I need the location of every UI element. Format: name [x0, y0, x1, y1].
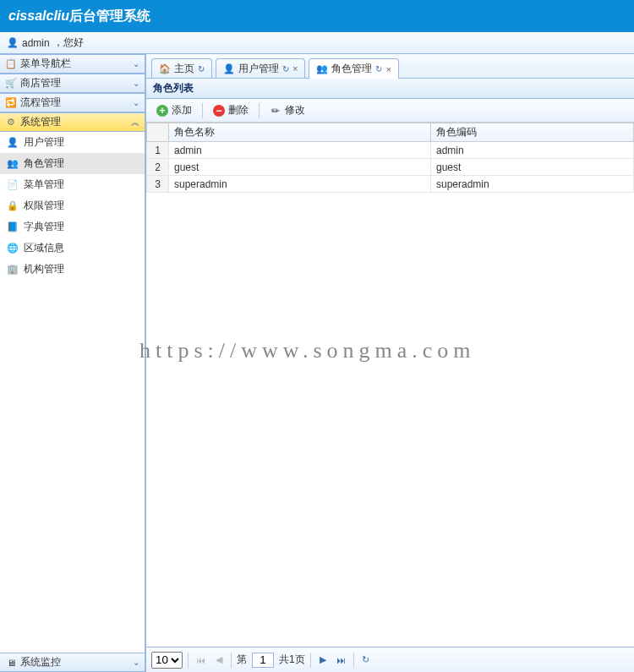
- sidebar-footer-label: 系统监控: [20, 655, 61, 669]
- table-row[interactable]: 3superadminsuperadmin: [147, 176, 634, 193]
- menu-item-3[interactable]: 权限管理: [0, 195, 145, 216]
- sidebar-panel-3[interactable]: 系统管理︽: [0, 112, 145, 132]
- content-area: 主页↻用户管理↻×角色管理↻× 角色列表 添加 删除 修改: [145, 54, 634, 672]
- cell-role-name: superadmin: [169, 176, 431, 193]
- delete-button[interactable]: 删除: [208, 101, 254, 119]
- cell-role-code: superadmin: [431, 176, 634, 193]
- tab-0[interactable]: 主页↻: [151, 58, 212, 78]
- table-row[interactable]: 2guestguest: [147, 159, 634, 176]
- next-page-button[interactable]: ▶: [316, 653, 330, 667]
- sidebar-panel-label: 菜单导航栏: [20, 57, 71, 71]
- edit-button[interactable]: 修改: [265, 101, 310, 119]
- cell-role-code: admin: [431, 142, 634, 159]
- icon-lock: [7, 200, 19, 212]
- tab-2[interactable]: 角色管理↻×: [309, 58, 398, 79]
- col-role-name[interactable]: 角色名称: [169, 123, 431, 142]
- menu-item-label: 区域信息: [24, 241, 64, 255]
- page-size-select[interactable]: 10: [151, 652, 183, 669]
- cell-role-name: guest: [169, 159, 431, 176]
- page-input[interactable]: [252, 653, 274, 668]
- chevron-icon: ︽: [131, 117, 139, 128]
- sidebar-panel-label: 商店管理: [20, 76, 61, 90]
- tab-refresh-icon[interactable]: ↻: [198, 64, 205, 74]
- icon-shop: [5, 78, 17, 90]
- chevron-icon: ⌄: [133, 59, 139, 68]
- tab-close-icon[interactable]: ×: [292, 63, 298, 74]
- tab-1[interactable]: 用户管理↻×: [216, 58, 305, 78]
- user-bar: admin ，您好: [0, 32, 634, 54]
- prev-page-button[interactable]: ◀: [212, 653, 226, 667]
- app-header: cissalcliu后台管理系统: [0, 0, 634, 32]
- user-icon: [7, 37, 19, 49]
- tab-bar: 主页↻用户管理↻×角色管理↻×: [146, 54, 634, 79]
- sidebar-panel-monitor[interactable]: 系统监控 ⌄: [0, 653, 145, 672]
- cell-role-name: admin: [169, 142, 431, 159]
- menu-item-label: 角色管理: [24, 156, 64, 171]
- menu-item-1[interactable]: 角色管理: [0, 153, 145, 174]
- row-num: 2: [147, 159, 169, 176]
- icon-user: [7, 137, 19, 149]
- tab-refresh-icon[interactable]: ↻: [375, 64, 382, 74]
- pager: 10 ⏮ ◀ 第 共1页 ▶ ⏭: [146, 647, 634, 672]
- menu-item-label: 机构管理: [24, 262, 64, 276]
- col-role-code[interactable]: 角色编码: [431, 123, 634, 142]
- sidebar-panel-label: 流程管理: [20, 96, 61, 110]
- menu-item-label: 字典管理: [24, 220, 64, 234]
- tab-label: 主页: [174, 62, 194, 76]
- user-name: admin: [22, 37, 50, 49]
- tab-close-icon[interactable]: ×: [385, 64, 391, 74]
- icon-flow: [5, 97, 17, 109]
- chevron-down-icon: ⌄: [133, 658, 139, 667]
- menu-item-label: 用户管理: [24, 135, 64, 150]
- add-icon: [156, 105, 168, 117]
- add-button[interactable]: 添加: [151, 101, 197, 119]
- icon-page: [7, 179, 19, 191]
- sidebar-panel-2[interactable]: 流程管理⌄: [0, 93, 145, 112]
- icon-org: [7, 264, 19, 276]
- col-rownum[interactable]: [147, 123, 169, 142]
- menu-item-5[interactable]: 区域信息: [0, 238, 145, 259]
- menu-item-label: 菜单管理: [24, 178, 64, 192]
- icon-role: [7, 158, 19, 170]
- sidebar-panel-label: 系统管理: [20, 115, 61, 129]
- row-num: 1: [147, 142, 169, 159]
- menu-item-4[interactable]: 字典管理: [0, 216, 145, 238]
- user-greeting: ，您好: [53, 36, 84, 50]
- sidebar-panel-0[interactable]: 菜单导航栏⌄: [0, 54, 145, 74]
- icon-gear: [5, 117, 17, 128]
- sidebar-panel-1[interactable]: 商店管理⌄: [0, 74, 145, 93]
- delete-icon: [213, 105, 225, 117]
- last-page-button[interactable]: ⏭: [335, 653, 348, 667]
- table-row[interactable]: 1adminadmin: [147, 142, 634, 159]
- sidebar-body: 用户管理角色管理菜单管理权限管理字典管理区域信息机构管理: [0, 132, 145, 653]
- icon-book: [7, 221, 19, 233]
- monitor-icon: [5, 657, 17, 669]
- cell-role-code: guest: [431, 159, 634, 176]
- app-title: cissalcliu后台管理系统: [8, 8, 150, 25]
- grid-toolbar: 添加 删除 修改: [146, 99, 634, 123]
- tab-label: 角色管理: [331, 62, 372, 76]
- menu-item-label: 权限管理: [24, 199, 64, 213]
- icon-role: [316, 63, 328, 75]
- chevron-icon: ⌄: [133, 98, 139, 107]
- sidebar: 菜单导航栏⌄商店管理⌄流程管理⌄系统管理︽ 用户管理角色管理菜单管理权限管理字典…: [0, 54, 145, 672]
- toolbar-sep: [202, 103, 203, 118]
- first-page-button[interactable]: ⏮: [194, 653, 207, 667]
- refresh-button[interactable]: [359, 653, 373, 667]
- row-num: 3: [147, 176, 169, 193]
- toolbar-sep: [259, 103, 260, 118]
- total-pages-label: 共1页: [279, 653, 305, 667]
- edit-icon: [270, 105, 281, 117]
- icon-user: [223, 63, 235, 74]
- page-label-prefix: 第: [237, 653, 247, 667]
- panel-title: 角色列表: [146, 79, 634, 99]
- tab-refresh-icon[interactable]: ↻: [282, 64, 289, 74]
- menu-item-6[interactable]: 机构管理: [0, 259, 145, 280]
- icon-home: [159, 63, 171, 74]
- icon-globe: [7, 243, 19, 254]
- menu-item-2[interactable]: 菜单管理: [0, 174, 145, 195]
- tab-label: 用户管理: [238, 62, 279, 76]
- data-grid: 角色名称 角色编码 1adminadmin2guestguest3superad…: [146, 123, 634, 647]
- menu-item-0[interactable]: 用户管理: [0, 132, 145, 153]
- chevron-icon: ⌄: [133, 79, 139, 88]
